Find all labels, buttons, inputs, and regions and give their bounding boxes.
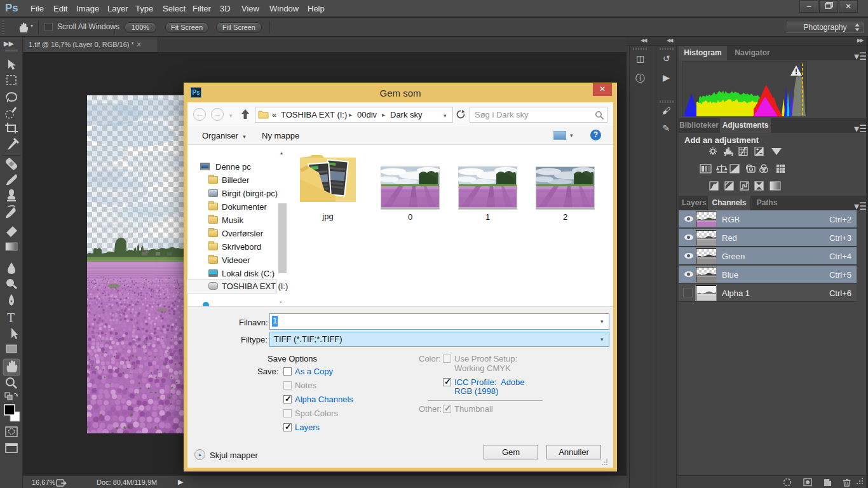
svg-text:+: + (756, 147, 759, 152)
svg-text:T: T (7, 311, 15, 325)
svg-text:▶▶: ▶▶ (3, 40, 15, 47)
